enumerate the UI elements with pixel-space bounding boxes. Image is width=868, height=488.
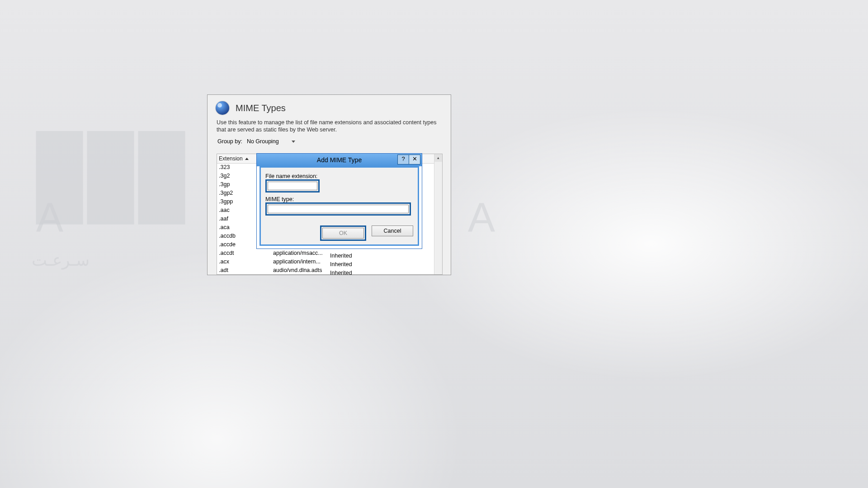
watermark-blocks: ▮▮▮ — [27, 99, 180, 236]
file-extension-label: File name extension: — [265, 173, 413, 179]
ok-button[interactable]: OK — [322, 228, 364, 239]
table-row[interactable]: .accdtapplication/msacc...Inherited — [217, 249, 434, 258]
sort-asc-icon — [245, 158, 249, 160]
cancel-button[interactable]: Cancel — [372, 225, 413, 236]
page-title: MIME Types — [236, 103, 286, 113]
scroll-up-icon[interactable]: ▴ — [434, 154, 442, 162]
add-mime-type-dialog: Add MIME Type ? ✕ File name extension: M… — [256, 153, 422, 249]
groupby-select[interactable]: No Grouping — [245, 138, 297, 145]
mime-type-input[interactable] — [268, 205, 409, 213]
table-row[interactable]: .adtaudio/vnd.dlna.adtsInherited — [217, 266, 434, 275]
globe-icon — [216, 101, 229, 115]
mime-type-label: MIME type: — [265, 196, 413, 202]
dialog-body: File name extension: MIME type: OK Cance… — [259, 166, 419, 246]
file-extension-input[interactable] — [268, 182, 317, 190]
mime-types-pane: MIME Types Use this feature to manage th… — [207, 94, 451, 275]
scrollbar[interactable]: ▴ — [434, 154, 442, 274]
highlight-box: OK — [320, 225, 366, 241]
chevron-down-icon — [292, 141, 295, 143]
highlight-box — [265, 179, 320, 192]
help-button[interactable]: ? — [397, 155, 409, 164]
page-description: Use this feature to manage the list of f… — [208, 117, 451, 138]
groupby-value: No Grouping — [247, 138, 279, 145]
column-extension-label: Extension — [219, 155, 243, 162]
watermark-arabic: سـرعـت — [32, 251, 90, 270]
dialog-titlebar[interactable]: Add MIME Type ? ✕ — [257, 154, 422, 166]
close-button[interactable]: ✕ — [409, 155, 420, 164]
groupby-label: Group by: — [217, 138, 242, 145]
highlight-box — [265, 202, 411, 216]
table-row[interactable]: .acxapplication/intern...Inherited — [217, 258, 434, 266]
